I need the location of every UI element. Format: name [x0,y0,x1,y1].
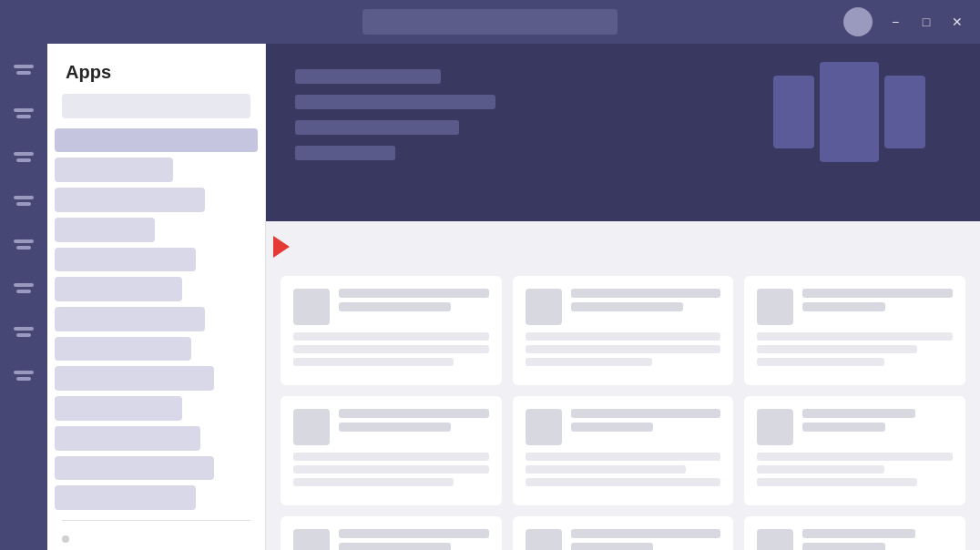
hero-bar-2 [295,95,495,109]
card-thumbnail [293,289,330,325]
nav-bar [0,44,47,550]
app-card[interactable] [281,516,502,550]
app-card[interactable] [513,276,734,385]
app-card[interactable] [744,276,965,385]
app-card[interactable] [513,396,734,505]
cards-scroll[interactable] [266,221,980,550]
sidebar: Apps [47,44,266,550]
app-card[interactable] [281,276,502,385]
footer-dot [62,535,69,543]
list-item[interactable] [55,158,173,182]
avatar[interactable] [843,7,873,36]
list-item[interactable] [55,426,200,451]
hero-block-center [820,62,879,162]
minimize-button[interactable]: − [887,14,903,30]
hero-banner [266,44,980,221]
title-bar: − □ ✕ [0,0,980,44]
nav-icon-settings[interactable] [9,361,38,390]
hero-bar-1 [295,69,441,84]
card-thumbnail [757,529,793,550]
list-item[interactable] [55,248,196,272]
list-item[interactable] [55,485,196,510]
card-thumbnail [293,409,330,445]
nav-icon-files[interactable] [9,273,38,302]
list-item[interactable] [55,337,191,362]
nav-icon-calls[interactable] [9,229,38,259]
card-thumbnail [757,409,793,445]
card-thumbnail [757,289,793,325]
cards-grid [281,276,965,550]
list-item[interactable] [55,396,182,421]
hero-bar-3 [295,120,459,135]
sidebar-search[interactable] [62,94,250,118]
card-thumbnail [526,289,562,325]
sidebar-divider [62,520,250,521]
nav-icon-calendar[interactable] [9,186,38,215]
card-thumbnail [526,409,562,445]
card-thumbnail [293,529,330,550]
app-card[interactable] [513,516,734,550]
content-area [266,44,980,550]
title-bar-controls: − □ ✕ [843,7,965,36]
list-item[interactable] [55,218,155,242]
sidebar-footer [47,528,265,550]
close-button[interactable]: ✕ [949,14,965,30]
list-item[interactable] [55,188,205,212]
list-item[interactable] [55,277,182,301]
sidebar-title: Apps [47,44,265,94]
card-thumbnail [526,529,562,550]
hero-block-left [773,76,814,148]
app-card[interactable] [744,396,965,505]
hero-block-right [884,76,925,148]
nav-icon-activity[interactable] [9,55,38,84]
list-item[interactable] [55,456,214,481]
nav-icon-chat[interactable] [9,98,38,127]
restore-button[interactable]: □ [918,14,934,30]
hero-visual [773,62,925,162]
list-item[interactable] [55,307,205,331]
nav-icon-apps[interactable] [9,317,38,346]
app-card[interactable] [744,516,965,550]
list-item[interactable] [55,366,214,391]
scroll-next-arrow[interactable] [273,236,290,258]
sidebar-item-active[interactable] [55,128,258,153]
nav-icon-teams[interactable] [9,142,38,171]
app-card[interactable] [281,396,502,505]
scroll-nav [273,236,965,265]
title-bar-search[interactable] [362,9,618,35]
main-layout: Apps [0,44,980,550]
hero-bar-4 [295,146,395,160]
